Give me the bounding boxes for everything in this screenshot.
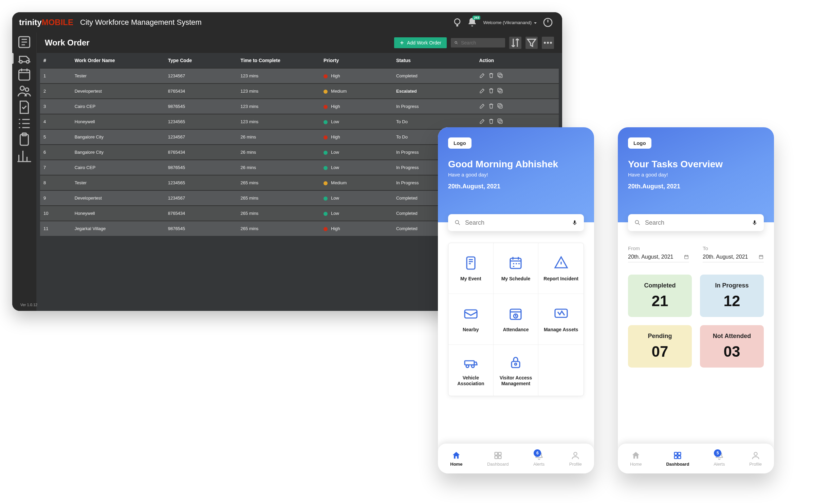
from-date[interactable]: From 20th. August, 2021 (628, 245, 689, 262)
more-button[interactable] (542, 37, 554, 49)
tab-alerts[interactable]: Alerts5 (714, 451, 725, 467)
stat-notattended[interactable]: Not Attended03 (700, 325, 764, 368)
cell-type: 8765434 (165, 145, 237, 160)
tile-label: Visitor Access Management (497, 375, 535, 387)
svg-rect-55 (754, 220, 756, 223)
delete-icon[interactable] (488, 102, 495, 109)
copy-icon[interactable] (497, 87, 503, 94)
svg-rect-59 (678, 452, 681, 455)
tile-label: Nearby (463, 327, 479, 333)
tile-label: Report Incident (543, 276, 578, 282)
cell-name: Developertest (71, 190, 165, 206)
cell-num: 2 (40, 83, 71, 99)
tile-report-incident[interactable]: Report Incident (538, 243, 584, 294)
cell-status: In Progress (393, 99, 476, 114)
cell-num: 4 (40, 114, 71, 129)
tile-manage-assets[interactable]: Manage Assets (538, 294, 584, 345)
stat-pending[interactable]: Pending07 (628, 325, 692, 368)
tile-label: My Schedule (501, 276, 531, 282)
table-row[interactable]: 2Developertest8765434123 minsMediumEscal… (40, 83, 559, 99)
table-row[interactable]: 3Cairo CEP9876545123 minsHighIn Progress (40, 99, 559, 114)
table-row[interactable]: 1Tester1234567123 minsHighCompleted (40, 68, 559, 83)
microphone-icon[interactable] (752, 219, 758, 226)
edit-icon[interactable] (479, 102, 486, 109)
stat-label: In Progress (703, 282, 760, 289)
edit-icon[interactable] (479, 118, 486, 125)
sidebar-item-schedule[interactable] (12, 67, 36, 83)
tile-label: Vehicle Association (452, 375, 490, 387)
welcome-dropdown[interactable]: Welcome (Vikramanand) (483, 20, 537, 25)
delete-icon[interactable] (488, 118, 495, 125)
bell-icon[interactable]: 263 (467, 17, 478, 28)
sidebar-item-users[interactable] (12, 83, 36, 99)
mobile-dashboard-screen: Logo Your Tasks Overview Have a good day… (618, 127, 774, 473)
sidebar-item-list[interactable] (12, 115, 36, 132)
mobile1-search-input[interactable] (465, 219, 568, 226)
delete-icon[interactable] (488, 72, 495, 79)
delete-icon[interactable] (488, 87, 495, 94)
tab-home[interactable]: Home (630, 451, 642, 467)
col-time: Time to Complete (237, 53, 320, 68)
mobile2-search[interactable] (628, 214, 764, 231)
tile-vehicle-association[interactable]: Vehicle Association (448, 345, 494, 396)
tab-profile[interactable]: Profile (749, 451, 762, 467)
microphone-icon[interactable] (572, 219, 578, 226)
tab-dashboard[interactable]: Dashboard (666, 451, 689, 467)
power-icon[interactable] (542, 17, 553, 28)
col-priority: Priorty (320, 53, 393, 68)
stat-inprogress[interactable]: In Progress12 (700, 275, 764, 317)
filter-button[interactable] (525, 37, 538, 49)
tile-visitor-access-management[interactable]: Visitor Access Management (494, 345, 539, 396)
tile-icon (553, 306, 569, 322)
tile-my-event[interactable]: My Event (448, 243, 494, 294)
tile-nearby[interactable]: Nearby (448, 294, 494, 345)
copy-icon[interactable] (497, 118, 503, 125)
mobile2-date: 20th.August, 2021 (628, 183, 764, 190)
tile-my-schedule[interactable]: My Schedule (494, 243, 539, 294)
sidebar-item-clipboard[interactable] (12, 132, 36, 148)
tab-home[interactable]: Home (450, 451, 462, 467)
tab-profile[interactable]: Profile (569, 451, 582, 467)
tab-alerts[interactable]: Alerts6 (533, 451, 544, 467)
copy-icon[interactable] (497, 102, 503, 109)
svg-point-48 (515, 363, 517, 365)
lightbulb-icon[interactable] (452, 17, 463, 28)
desktop-search[interactable] (451, 38, 505, 48)
cell-name: Honeywell (71, 206, 165, 221)
priority-dot-icon (324, 120, 328, 124)
sidebar-item-stats[interactable] (12, 148, 36, 164)
sidebar-item-workorders[interactable] (12, 50, 36, 67)
cell-num: 1 (40, 68, 71, 83)
stat-completed[interactable]: Completed21 (628, 275, 692, 317)
edit-icon[interactable] (479, 72, 486, 79)
dashboard-icon (493, 451, 503, 460)
sidebar-item-forms[interactable] (12, 99, 36, 115)
app-title: City Workforce Management System (80, 18, 202, 27)
mobile2-search-input[interactable] (645, 219, 747, 226)
cell-actions (476, 83, 559, 99)
sidebar-item-reports[interactable] (12, 34, 36, 50)
tile-attendance[interactable]: Attendance (494, 294, 539, 345)
sort-button[interactable] (509, 37, 521, 49)
mobile1-search[interactable] (448, 214, 584, 231)
cell-priority: Low (320, 206, 393, 221)
svg-point-10 (455, 41, 457, 43)
cell-name: Bangalore City (71, 145, 165, 160)
priority-dot-icon (324, 105, 328, 109)
search-input[interactable] (461, 40, 502, 45)
tab-dashboard[interactable]: Dashboard (487, 451, 509, 467)
cell-priority: High (320, 221, 393, 236)
add-label: Add Work Order (407, 40, 441, 45)
to-date[interactable]: To 20th. August, 2021 (703, 245, 764, 262)
stat-value: 21 (631, 293, 688, 310)
stat-value: 07 (631, 343, 688, 360)
add-work-order-button[interactable]: Add Work Order (394, 37, 447, 48)
tile-icon (507, 255, 524, 271)
mobile1-body: My EventMy ScheduleReport IncidentNearby… (438, 222, 594, 473)
edit-icon[interactable] (479, 87, 486, 94)
tile-icon (463, 354, 479, 370)
copy-icon[interactable] (497, 72, 503, 79)
cell-priority: Medium (320, 175, 393, 190)
svg-rect-20 (499, 120, 502, 124)
footer-version: Ver 1.0.12 (20, 303, 37, 307)
